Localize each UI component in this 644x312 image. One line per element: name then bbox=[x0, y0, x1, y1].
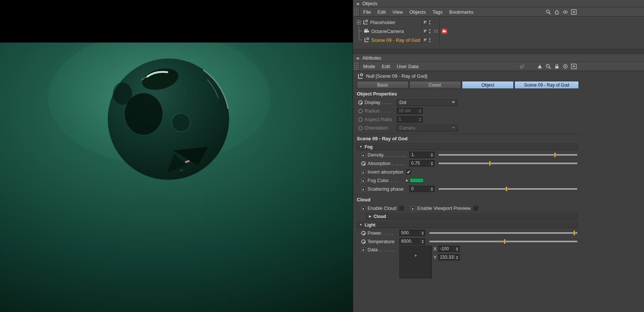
camera-tag-icon[interactable] bbox=[442, 28, 447, 34]
drag-handle-icon[interactable] bbox=[353, 7, 360, 16]
attributes-panel-titlebar[interactable]: Attributes bbox=[353, 54, 644, 62]
tag-grid-icon[interactable] bbox=[434, 30, 438, 33]
spinner[interactable] bbox=[429, 161, 434, 166]
keyframe-circle-icon[interactable] bbox=[358, 100, 363, 105]
temperature-field[interactable]: 6500. bbox=[399, 238, 425, 245]
tree-item-octanecamera[interactable]: OctaneCamera bbox=[353, 27, 644, 36]
scattering-phase-slider[interactable] bbox=[438, 188, 578, 190]
add-panel-icon[interactable] bbox=[571, 63, 577, 69]
keyframe-circle-icon[interactable] bbox=[361, 161, 366, 166]
param-box-icon[interactable] bbox=[361, 247, 366, 252]
menu-user-data[interactable]: User Data bbox=[393, 62, 422, 71]
menu-tags[interactable]: Tags bbox=[429, 7, 446, 16]
layer-chip-icon[interactable] bbox=[423, 29, 427, 33]
temperature-value[interactable]: 6500. bbox=[400, 239, 420, 244]
invert-absorption-checkbox[interactable]: ✔ bbox=[406, 170, 411, 174]
panel-splitter[interactable] bbox=[353, 49, 644, 54]
objects-panel-titlebar[interactable]: Objects bbox=[353, 0, 644, 7]
display-dropdown[interactable]: Dot bbox=[397, 99, 457, 106]
tree-item-label[interactable]: Scene 09 - Ray of God bbox=[371, 37, 420, 43]
x-value[interactable]: -100 bbox=[439, 246, 455, 252]
param-box-icon[interactable] bbox=[361, 187, 366, 191]
density-field[interactable]: 1. bbox=[409, 152, 435, 158]
light-group-bar[interactable]: ▼ Light bbox=[357, 222, 578, 228]
menu-bookmarks[interactable]: Bookmarks bbox=[446, 7, 477, 16]
slider-knob[interactable] bbox=[504, 239, 506, 244]
fog-group-bar[interactable]: ▼ Fog bbox=[357, 144, 578, 150]
visibility-dots-icon[interactable] bbox=[429, 38, 430, 42]
target-icon[interactable] bbox=[562, 63, 568, 69]
search-icon[interactable] bbox=[545, 63, 551, 69]
slider-knob[interactable] bbox=[506, 187, 507, 191]
absorption-field[interactable]: 0.75 bbox=[409, 160, 435, 167]
power-slider[interactable] bbox=[429, 232, 578, 234]
tab-object[interactable]: Object bbox=[462, 81, 514, 89]
fog-color-swatch[interactable] bbox=[410, 178, 424, 183]
power-field[interactable]: 500. bbox=[399, 230, 425, 236]
param-box-icon[interactable] bbox=[361, 170, 366, 174]
tab-basic[interactable]: Basic bbox=[357, 81, 409, 89]
scattering-phase-value[interactable]: 0 bbox=[410, 186, 429, 192]
absorption-slider[interactable] bbox=[438, 162, 578, 165]
y-value[interactable]: 233.333 bbox=[439, 255, 455, 260]
up-arrow-icon[interactable] bbox=[537, 63, 543, 69]
expand-plus-icon[interactable] bbox=[357, 20, 361, 24]
history-back-icon[interactable] bbox=[519, 63, 524, 69]
tab-scene09[interactable]: Scene 09 - Ray of God bbox=[514, 81, 579, 89]
add-panel-icon[interactable] bbox=[571, 9, 577, 15]
spinner[interactable] bbox=[420, 230, 425, 236]
absorption-value[interactable]: 0.75 bbox=[410, 161, 429, 166]
visibility-dots-icon[interactable] bbox=[429, 20, 430, 24]
collapse-triangle-icon[interactable]: ▼ bbox=[359, 145, 362, 148]
y-field[interactable]: 233.333 bbox=[438, 254, 460, 261]
visibility-toggles[interactable] bbox=[423, 27, 447, 36]
collapse-triangle-icon[interactable]: ▶ bbox=[369, 215, 371, 218]
slider-knob[interactable] bbox=[489, 161, 491, 166]
menu-mode[interactable]: Mode bbox=[360, 62, 379, 71]
tree-item-placeholder[interactable]: Placeholder bbox=[353, 18, 644, 27]
param-box-icon[interactable] bbox=[361, 153, 366, 157]
visibility-toggles[interactable] bbox=[423, 18, 430, 27]
scattering-phase-field[interactable]: 0 bbox=[409, 186, 435, 192]
density-value[interactable]: 1. bbox=[410, 152, 429, 158]
crosshair-marker[interactable]: + bbox=[414, 253, 417, 258]
visibility-toggles[interactable] bbox=[423, 36, 430, 44]
slider-knob[interactable] bbox=[573, 231, 575, 235]
spinner[interactable] bbox=[429, 186, 434, 192]
cloud-group-bar[interactable]: ▶ Cloud bbox=[366, 213, 578, 219]
temperature-slider[interactable] bbox=[429, 240, 578, 243]
menu-file[interactable]: File bbox=[360, 7, 374, 16]
render-viewport[interactable] bbox=[0, 0, 353, 312]
spinner[interactable] bbox=[429, 152, 434, 158]
slider-knob[interactable] bbox=[554, 152, 556, 157]
tree-item-scene09[interactable]: Scene 09 - Ray of God bbox=[353, 36, 644, 44]
layer-chip-icon[interactable] bbox=[423, 20, 427, 24]
visibility-dots-icon[interactable] bbox=[429, 29, 430, 33]
spinner[interactable] bbox=[420, 239, 425, 244]
param-box-icon[interactable] bbox=[361, 178, 366, 183]
lock-icon[interactable] bbox=[554, 63, 560, 69]
tab-coord[interactable]: Coord. bbox=[409, 81, 461, 89]
collapse-triangle-icon[interactable]: ▼ bbox=[359, 223, 362, 227]
spinner[interactable] bbox=[455, 246, 459, 252]
spinner[interactable] bbox=[455, 255, 459, 260]
drag-handle-icon[interactable] bbox=[353, 62, 360, 71]
search-icon[interactable] bbox=[545, 9, 551, 15]
eye-icon[interactable] bbox=[562, 9, 568, 15]
param-box-icon[interactable] bbox=[411, 206, 415, 211]
enable-preview-checkbox[interactable] bbox=[473, 206, 478, 211]
menu-edit[interactable]: Edit bbox=[379, 62, 393, 71]
layer-chip-icon[interactable] bbox=[423, 38, 427, 42]
tree-item-label[interactable]: OctaneCamera bbox=[371, 28, 404, 34]
menu-view[interactable]: View bbox=[389, 7, 406, 16]
x-field[interactable]: -100 bbox=[438, 246, 460, 252]
menu-edit[interactable]: Edit bbox=[374, 7, 389, 16]
power-value[interactable]: 500. bbox=[400, 230, 420, 236]
tree-item-label[interactable]: Placeholder bbox=[370, 20, 396, 25]
expander-triangle-icon[interactable]: ▶ bbox=[405, 179, 410, 182]
data-2d-widget[interactable]: + bbox=[399, 246, 432, 278]
keyframe-circle-icon[interactable] bbox=[361, 239, 366, 244]
keyframe-circle-icon[interactable] bbox=[361, 231, 366, 235]
menu-objects[interactable]: Objects bbox=[406, 7, 429, 16]
density-slider[interactable] bbox=[438, 154, 578, 156]
